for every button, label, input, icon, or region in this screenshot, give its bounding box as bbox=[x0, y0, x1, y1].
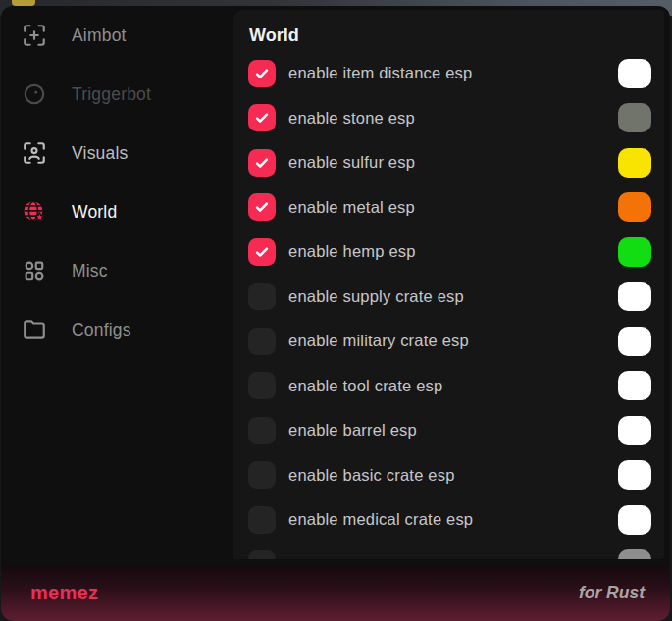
checkbox-unchecked[interactable] bbox=[248, 328, 276, 355]
color-swatch[interactable] bbox=[618, 192, 651, 222]
setting-label: enable sulfur esp bbox=[288, 153, 618, 172]
folder-icon bbox=[22, 317, 47, 342]
checkbox-checked[interactable] bbox=[248, 104, 276, 131]
circle-dot-icon bbox=[22, 81, 47, 107]
setting-label: enable tool crate esp bbox=[288, 377, 618, 395]
checkbox-checked[interactable] bbox=[248, 238, 276, 266]
setting-label: enable military crate esp bbox=[288, 332, 618, 350]
setting-label: enable basic crate esp bbox=[288, 466, 618, 485]
setting-row: enable military crate esp bbox=[233, 319, 664, 364]
category-grid-icon bbox=[22, 258, 47, 284]
sidebar-item-visuals[interactable]: Visuals bbox=[1, 124, 233, 182]
setting-label: enable item distance esp bbox=[288, 64, 618, 82]
setting-label: enable medical crate esp bbox=[288, 510, 618, 529]
setting-label: enable stone esp bbox=[288, 109, 618, 128]
sidebar-item-world[interactable]: World bbox=[1, 182, 233, 241]
color-swatch[interactable] bbox=[618, 59, 651, 88]
brand-name: memez bbox=[30, 582, 98, 604]
sidebar-item-misc[interactable]: Misc bbox=[1, 241, 233, 300]
color-swatch[interactable] bbox=[618, 460, 651, 490]
setting-label: enable metal esp bbox=[288, 198, 618, 217]
sidebar-item-triggerbot[interactable]: Triggerbot bbox=[1, 65, 233, 124]
setting-row: enable item distance esp bbox=[233, 51, 664, 96]
setting-row: enable barrel esp bbox=[233, 408, 664, 453]
sidebar-item-configs[interactable]: Configs bbox=[1, 300, 233, 359]
setting-row: enable tool crate esp bbox=[233, 364, 664, 409]
setting-row: enable basic crate esp bbox=[233, 453, 664, 498]
checkbox-unchecked[interactable] bbox=[248, 283, 276, 310]
checkbox-unchecked[interactable] bbox=[248, 506, 276, 534]
footer-bar: memez for Rust bbox=[1, 565, 670, 621]
setting-row: enable stone esp bbox=[233, 96, 664, 141]
checkbox-checked[interactable] bbox=[248, 193, 276, 221]
checkbox-unchecked[interactable] bbox=[248, 550, 276, 559]
color-swatch[interactable] bbox=[618, 416, 651, 445]
setting-row: enable medical crate esp bbox=[233, 497, 664, 543]
checkbox-unchecked[interactable] bbox=[248, 417, 276, 444]
globe-star-icon bbox=[22, 199, 47, 225]
checkbox-checked[interactable] bbox=[248, 60, 276, 87]
setting-label: enable hemp esp bbox=[288, 242, 618, 261]
sidebar-nav: AimbotTriggerbotVisualsWorldMiscConfigs bbox=[1, 6, 233, 565]
world-settings-panel: World enable item distance espenable sto… bbox=[233, 10, 664, 559]
color-swatch[interactable] bbox=[618, 505, 651, 535]
sidebar-item-label: World bbox=[72, 202, 117, 223]
sidebar-item-label: Misc bbox=[72, 261, 108, 282]
setting-row: enable metal esp bbox=[233, 185, 664, 231]
checkbox-unchecked[interactable] bbox=[248, 461, 276, 489]
color-swatch[interactable] bbox=[618, 371, 651, 400]
checkbox-checked[interactable] bbox=[248, 149, 276, 177]
crosshair-focus-icon bbox=[22, 23, 47, 48]
cheat-menu-window: AimbotTriggerbotVisualsWorldMiscConfigs … bbox=[1, 6, 670, 621]
color-swatch[interactable] bbox=[618, 327, 651, 356]
color-swatch[interactable] bbox=[618, 148, 651, 178]
setting-row-partial bbox=[233, 543, 664, 560]
sidebar-item-label: Triggerbot bbox=[72, 84, 151, 105]
person-scan-icon bbox=[22, 140, 47, 166]
setting-row: enable supply crate esp bbox=[233, 275, 664, 320]
sidebar-item-aimbot[interactable]: Aimbot bbox=[1, 6, 233, 65]
setting-label: enable supply crate esp bbox=[288, 287, 618, 306]
footer-tagline: for Rust bbox=[579, 583, 645, 603]
setting-row: enable hemp esp bbox=[233, 230, 664, 275]
sidebar-item-label: Aimbot bbox=[72, 26, 127, 46]
color-swatch[interactable] bbox=[618, 237, 651, 267]
sidebar-item-label: Visuals bbox=[72, 143, 129, 164]
color-swatch[interactable] bbox=[618, 103, 651, 132]
setting-label: enable barrel esp bbox=[288, 421, 618, 440]
checkbox-unchecked[interactable] bbox=[248, 372, 276, 399]
sidebar-item-label: Configs bbox=[72, 320, 131, 340]
setting-row: enable sulfur esp bbox=[233, 140, 664, 185]
color-swatch[interactable] bbox=[618, 282, 651, 311]
color-swatch[interactable] bbox=[618, 549, 651, 559]
settings-rows: enable item distance espenable stone esp… bbox=[233, 51, 664, 559]
panel-title: World bbox=[233, 10, 664, 51]
